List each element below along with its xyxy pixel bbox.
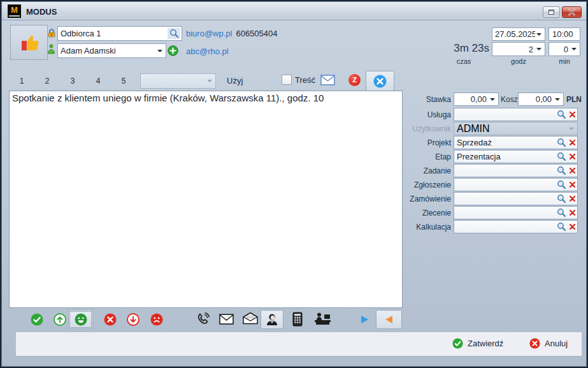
back-button[interactable] <box>376 310 402 329</box>
arrow-down-circle-icon <box>127 313 140 326</box>
person-icon <box>47 44 56 54</box>
search-icon <box>557 194 566 203</box>
minutes-value: 0 <box>549 45 570 54</box>
person-bust-icon <box>265 313 279 327</box>
time-field[interactable]: 10:00 <box>549 27 580 41</box>
reject-button[interactable] <box>104 313 117 326</box>
thumbs-up-icon <box>18 31 41 54</box>
play-button[interactable] <box>359 314 369 325</box>
add-contact-button[interactable] <box>168 45 178 56</box>
projekt-field[interactable]: Sprzedaż <box>454 136 578 149</box>
open-envelope-icon <box>242 312 259 325</box>
email-primary-link[interactable]: biuro@wp.pl <box>186 29 232 38</box>
titlebar[interactable]: M MODUS <box>2 2 586 20</box>
minutes-combo[interactable]: 0 <box>549 42 580 56</box>
arrow-up-button[interactable] <box>54 313 66 326</box>
zgloszenie-clear-button[interactable] <box>567 182 577 188</box>
kalkulacja-field[interactable] <box>454 220 578 233</box>
call-button[interactable] <box>195 311 211 327</box>
recipient-search-button[interactable] <box>168 28 180 39</box>
contact-card-button[interactable] <box>261 310 283 329</box>
recipient-field[interactable]: Odbiorca 1 <box>57 26 182 41</box>
etap-field[interactable]: Prezentacja <box>454 150 578 163</box>
tab-5[interactable]: 5 <box>116 77 131 85</box>
approve-button[interactable] <box>31 313 43 326</box>
stawka-label: Stawka <box>400 95 451 104</box>
usluga-search-button[interactable] <box>556 110 567 119</box>
zgloszenie-field[interactable] <box>454 178 578 191</box>
elapsed-time: 3m 23s <box>438 42 489 55</box>
clear-icon <box>570 182 575 188</box>
hours-combo[interactable]: 2 <box>492 42 545 56</box>
date-value: 27.05.2025 <box>492 29 535 39</box>
tab-3[interactable]: 3 <box>65 77 80 85</box>
projekt-clear-button[interactable] <box>567 140 577 145</box>
kalkulacja-clear-button[interactable] <box>567 224 577 230</box>
zlecenie-search-button[interactable] <box>556 208 567 217</box>
stawka-value: 0,00 <box>454 94 489 104</box>
email-open-button[interactable] <box>242 312 259 325</box>
zlecenie-field[interactable] <box>454 206 578 219</box>
chevron-down-icon <box>571 48 577 50</box>
zgloszenie-search-button[interactable] <box>556 180 567 189</box>
zadanie-search-button[interactable] <box>556 166 567 175</box>
restore-icon <box>549 10 554 15</box>
lock-icon <box>47 28 57 38</box>
zamowienie-field[interactable] <box>454 192 578 205</box>
thumbs-up-button[interactable] <box>10 25 48 60</box>
contact-person-value: Adam Adamski <box>58 46 156 55</box>
cash-desk-button[interactable] <box>313 313 332 325</box>
usluga-field[interactable] <box>454 108 578 121</box>
kalkulacja-label: Kalkulacja <box>400 223 451 232</box>
clear-note-button[interactable] <box>366 71 394 91</box>
zamowienie-label: Zamówienie <box>400 195 451 203</box>
tab-2[interactable]: 2 <box>39 77 55 85</box>
email-secondary-link[interactable]: abc@rho.pl <box>186 47 229 56</box>
arrow-down-button[interactable] <box>127 313 140 326</box>
chevron-down-icon <box>536 33 541 36</box>
usluga-clear-button[interactable] <box>567 112 577 117</box>
tab-1[interactable]: 1 <box>14 77 29 85</box>
confirm-button[interactable]: Zatwierdź <box>452 338 503 349</box>
mail-icon-button[interactable] <box>320 75 335 85</box>
calculator-icon <box>292 312 303 327</box>
koszt-combo[interactable]: 0,00 <box>518 92 564 106</box>
check-circle-icon <box>31 313 43 326</box>
arrow-left-icon <box>384 314 394 325</box>
contact-person-combo[interactable]: Adam Adamski <box>57 43 166 58</box>
positive-mood-button[interactable] <box>68 310 93 329</box>
play-icon <box>359 314 369 325</box>
cancel-button-label: Anuluj <box>545 339 568 348</box>
restore-button[interactable] <box>543 6 560 18</box>
zlecenie-label: Zlecenie <box>400 209 451 217</box>
phone-ringing-icon <box>195 311 211 327</box>
negative-mood-button[interactable] <box>150 313 163 326</box>
z-badge-button[interactable]: Z <box>348 74 361 86</box>
etap-search-button[interactable] <box>556 152 567 161</box>
calculator-button[interactable] <box>292 312 303 327</box>
zadanie-field[interactable] <box>454 164 578 177</box>
projekt-label: Projekt <box>400 138 451 147</box>
search-icon <box>557 110 566 119</box>
kalkulacja-search-button[interactable] <box>556 222 567 232</box>
uzytkownik-combo-disabled: ADMIN <box>454 122 578 135</box>
note-textarea[interactable]: Spotkanie z klientem uniego w firmie (Kr… <box>9 91 403 308</box>
hours-value: 2 <box>492 45 535 54</box>
etap-clear-button[interactable] <box>567 154 577 159</box>
elapsed-label: czas <box>438 57 489 65</box>
cancel-button[interactable]: Anuluj <box>529 338 568 349</box>
date-picker[interactable]: 27.05.2025 <box>492 27 545 41</box>
zamowienie-search-button[interactable] <box>556 194 567 203</box>
email-button[interactable] <box>219 314 234 325</box>
template-combo-disabled <box>140 73 216 89</box>
zlecenie-clear-button[interactable] <box>567 210 577 216</box>
etap-label: Etap <box>400 152 451 161</box>
tab-4[interactable]: 4 <box>90 77 106 85</box>
content-checkbox[interactable] <box>282 75 292 85</box>
zamowienie-clear-button[interactable] <box>567 196 577 202</box>
search-icon <box>557 208 566 217</box>
stawka-combo[interactable]: 0,00 <box>454 92 499 106</box>
projekt-search-button[interactable] <box>556 138 567 147</box>
zadanie-clear-button[interactable] <box>567 168 577 173</box>
close-button[interactable] <box>562 6 582 18</box>
